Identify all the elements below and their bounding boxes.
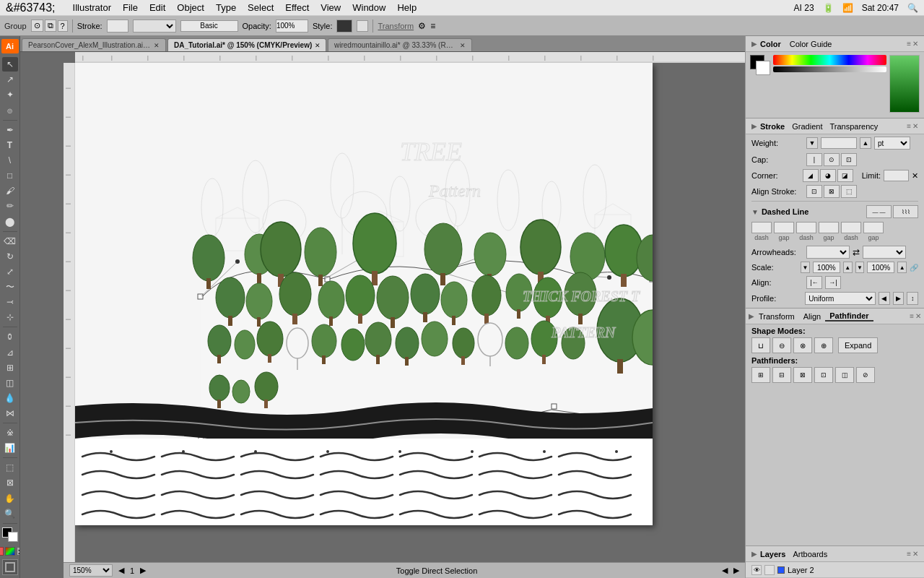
gradient-button[interactable] [5, 547, 15, 556]
tab-close-wired[interactable]: ✕ [460, 42, 466, 49]
width-tool[interactable]: ⤙ [2, 295, 18, 309]
tab-da-tutorial[interactable]: DA_Tutorial.ai* @ 150% (CMYK/Preview) ✕ [167, 38, 326, 51]
artboard[interactable]: TREE Pattern [75, 63, 653, 525]
gradient-tab[interactable]: Gradient [792, 122, 822, 131]
status-controls2[interactable]: ▶ [733, 566, 739, 575]
scale1-up-btn[interactable]: ▲ [843, 262, 853, 273]
lasso-tool[interactable]: ⌾ [2, 103, 18, 118]
warp-tool[interactable]: 〜 [2, 280, 18, 294]
gray-slider[interactable] [773, 66, 886, 72]
menu-file[interactable]: File [123, 2, 138, 13]
column-graph-tool[interactable]: 📊 [2, 441, 18, 455]
panel-collapse-arrow[interactable]: ▶ [751, 40, 757, 48]
dash1-input[interactable] [751, 222, 772, 233]
round-cap-btn[interactable]: ⊙ [824, 153, 840, 166]
butt-cap-btn[interactable]: | [806, 153, 822, 166]
exclude-btn[interactable]: ⊕ [814, 337, 833, 353]
minus-back-btn[interactable]: ⊘ [856, 367, 875, 383]
panel-menu-icon[interactable]: ≡ [907, 40, 911, 48]
scale1-input[interactable] [813, 262, 840, 273]
type-tool[interactable]: T [2, 138, 18, 152]
menu-illustrator[interactable]: Illustrator [73, 2, 111, 13]
color-guide-tab[interactable]: Color Guide [790, 40, 832, 48]
eraser-tool[interactable]: ⌫ [2, 234, 18, 249]
shape-builder-tool[interactable]: ⧮ [2, 329, 18, 344]
menu-edit[interactable]: Edit [149, 2, 165, 13]
scale-tool[interactable]: ⤢ [2, 264, 18, 279]
dashed-line-section-header[interactable]: ▼ Dashed Line — — ⌇⌇⌇ [746, 203, 924, 220]
zoom-select[interactable]: 150% 100% 50% 200% [69, 564, 113, 577]
dash3-input[interactable] [841, 222, 861, 233]
link-icon[interactable]: 🔗 [910, 264, 918, 272]
scale1-down-btn[interactable]: ▼ [801, 262, 810, 273]
menu-window[interactable]: Window [352, 2, 385, 13]
crop-btn[interactable]: ⊡ [814, 367, 833, 383]
gap2-input[interactable] [819, 222, 839, 233]
transform-tab[interactable]: Transform [754, 312, 799, 321]
profile-flip-btn[interactable]: ↕ [907, 292, 918, 305]
align-end-btn[interactable]: →| [825, 276, 841, 289]
transparency-tab[interactable]: Transparency [829, 122, 878, 131]
gradient-tool[interactable]: ◫ [2, 376, 18, 390]
profile-prev-btn[interactable]: ◀ [879, 292, 890, 305]
stroke-panel-arrow[interactable]: ▶ [751, 122, 757, 130]
bottom-panel-close[interactable]: ✕ [915, 312, 921, 320]
weight-down-btn[interactable]: ▼ [806, 137, 818, 149]
limit-input[interactable] [884, 170, 909, 181]
layers-panel-arrow[interactable]: ▶ [751, 550, 757, 558]
arrow-swap-icon[interactable]: ⇄ [853, 247, 860, 257]
style-options-icon[interactable] [357, 20, 368, 32]
layer-lock-btn[interactable] [764, 565, 775, 575]
projecting-cap-btn[interactable]: ⊡ [841, 153, 857, 166]
merge-btn[interactable]: ⊠ [793, 367, 812, 383]
limit-x-btn[interactable]: ✕ [912, 171, 918, 181]
perspective-tool[interactable]: ⊿ [2, 345, 18, 359]
scale2-down-btn[interactable]: ▼ [855, 262, 865, 273]
status-controls[interactable]: ◀ [722, 566, 728, 575]
tab-close-da[interactable]: ✕ [315, 42, 321, 49]
more-options-icon[interactable]: ⚙ [418, 21, 426, 31]
bottom-panel-arrow[interactable]: ▶ [749, 312, 754, 320]
arrange-icon[interactable]: ≡ [430, 21, 435, 31]
menu-view[interactable]: View [321, 2, 341, 13]
tab-wired[interactable]: wiredmountainillo.ai* @ 33.33% (RGB/Prev… [328, 38, 472, 51]
tab-close-pearson[interactable]: ✕ [154, 42, 160, 49]
pencil-tool[interactable]: ✏ [2, 199, 18, 213]
gap1-input[interactable] [774, 222, 794, 233]
color-spectrum[interactable] [773, 55, 886, 65]
arrow-end-select[interactable] [863, 246, 906, 259]
stroke-value[interactable] [107, 20, 128, 33]
free-transform-tool[interactable]: ⊹ [2, 310, 18, 324]
layers-tab[interactable]: Layers [760, 550, 785, 558]
rect-tool[interactable]: □ [2, 168, 18, 183]
stroke-indicator[interactable] [756, 61, 770, 75]
scale2-up-btn[interactable]: ▲ [897, 262, 907, 273]
search-icon[interactable]: 🔍 [907, 3, 918, 13]
expand-btn[interactable]: Expand [838, 337, 878, 353]
round-corner-btn[interactable]: ◕ [820, 169, 836, 182]
divide-btn[interactable]: ⊞ [751, 367, 770, 383]
tab-pearson[interactable]: PearsonCover_AlexM_Illustration.ai @ 50%… [22, 38, 166, 51]
stroke-tab[interactable]: Stroke [760, 122, 785, 131]
arrow-start-select[interactable] [806, 246, 850, 259]
zoom-tool[interactable]: 🔍 [2, 506, 18, 521]
mesh-tool[interactable]: ⊞ [2, 361, 18, 375]
symbol-sprayer-tool[interactable]: ※ [2, 426, 18, 440]
menu-object[interactable]: Object [177, 2, 204, 13]
transform-label[interactable]: Transform [378, 22, 414, 30]
layer-name[interactable]: Layer 2 [788, 566, 918, 574]
options-icon[interactable]: ⧉ [45, 20, 56, 32]
artboard-tool[interactable]: ⬚ [2, 460, 18, 475]
profile-select[interactable]: Uniform [805, 292, 876, 305]
menu-effect[interactable]: Effect [285, 2, 309, 13]
weight-input[interactable] [821, 137, 857, 149]
pen-tool[interactable]: ✒ [2, 123, 18, 137]
color-right-preview[interactable] [889, 55, 920, 113]
artboards-tab[interactable]: Artboards [793, 550, 827, 558]
weight-unit-select[interactable]: ptpxmm [874, 137, 910, 150]
opacity-value[interactable] [276, 20, 308, 33]
weight-up-btn[interactable]: ▲ [860, 137, 871, 149]
menu-type[interactable]: Type [216, 2, 236, 13]
trim-btn[interactable]: ⊟ [772, 367, 791, 383]
gap3-input[interactable] [863, 222, 884, 233]
